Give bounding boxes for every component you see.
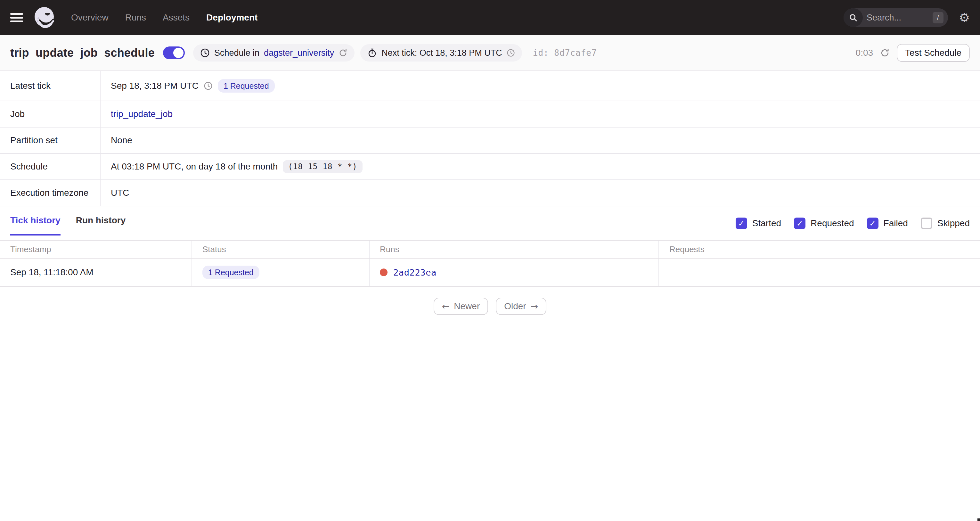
latest-tick-status-badge: 1 Requested <box>218 79 275 92</box>
detail-row-latest-tick: Latest tick Sep 18, 3:18 PM UTC 1 Reques… <box>0 71 980 101</box>
tab-tick-history[interactable]: Tick history <box>10 215 60 236</box>
clock-icon <box>200 48 210 58</box>
column-header-timestamp: Timestamp <box>0 241 192 258</box>
detail-label: Latest tick <box>0 71 100 100</box>
tick-requests-cell <box>659 258 980 286</box>
filter-label: Started <box>752 218 781 228</box>
filter-label: Failed <box>884 218 908 228</box>
schedule-id: id: 8d7cafe7 <box>533 48 597 58</box>
older-button[interactable]: Older → <box>496 298 546 315</box>
tick-history-table: Timestamp Status Runs Requests Sep 18, 1… <box>0 240 980 287</box>
search-shortcut-key: / <box>932 12 943 23</box>
cron-expression-badge: (18 15 18 * *) <box>283 160 362 173</box>
clock-icon[interactable] <box>204 81 213 90</box>
newer-label: Newer <box>454 301 480 311</box>
refresh-icon[interactable] <box>880 48 890 58</box>
search-box[interactable]: / <box>843 8 948 27</box>
detail-row-job: Job trip_update_job <box>0 101 980 127</box>
column-header-status: Status <box>192 241 369 258</box>
stopwatch-icon <box>368 48 377 58</box>
schedule-description: At 03:18 PM UTC, on day 18 of the month <box>111 161 278 172</box>
detail-label: Schedule <box>0 154 100 179</box>
table-row: Sep 18, 11:18:00 AM 1 Requested 2ad223ea <box>0 258 980 287</box>
detail-label: Execution timezone <box>0 180 100 206</box>
run-failed-status-dot-icon <box>380 269 388 276</box>
scrollbar-corner-artifact <box>977 518 980 521</box>
tick-status-filters: ✓ Started ✓ Requested ✓ Failed Skipped <box>736 218 970 236</box>
partition-set-value: None <box>111 135 132 145</box>
column-header-requests: Requests <box>659 241 980 258</box>
gear-icon[interactable]: ⚙ <box>959 11 970 24</box>
detail-row-partition-set: Partition set None <box>0 127 980 154</box>
repo-location-link[interactable]: dagster_university <box>264 48 334 58</box>
detail-label: Job <box>0 101 100 127</box>
filter-label: Skipped <box>937 218 970 228</box>
schedule-enabled-toggle[interactable] <box>163 46 185 59</box>
column-header-runs: Runs <box>369 241 659 258</box>
test-schedule-button[interactable]: Test Schedule <box>897 44 970 62</box>
nav-links: Overview Runs Assets Deployment <box>71 13 258 23</box>
pagination: ← Newer Older → <box>0 298 980 315</box>
app-window: Overview Runs Assets Deployment / ⚙ trip… <box>0 0 980 521</box>
arrow-right-icon: → <box>531 301 538 312</box>
job-link[interactable]: trip_update_job <box>111 109 173 119</box>
dagster-logo-icon[interactable] <box>31 5 57 30</box>
timezone-value: UTC <box>111 188 129 198</box>
nav-item-assets[interactable]: Assets <box>163 13 189 23</box>
tab-run-history[interactable]: Run history <box>76 215 126 236</box>
filter-label: Requested <box>811 218 854 228</box>
older-label: Older <box>504 301 526 311</box>
filter-requested[interactable]: ✓ Requested <box>794 218 854 229</box>
top-nav: Overview Runs Assets Deployment / ⚙ <box>0 0 980 35</box>
reload-icon[interactable] <box>339 48 347 57</box>
search-input[interactable] <box>863 13 932 23</box>
nav-item-deployment[interactable]: Deployment <box>206 13 258 23</box>
next-tick-badge: Next tick: Oct 18, 3:18 PM UTC <box>360 44 522 62</box>
refresh-countdown: 0:03 <box>856 48 873 58</box>
filter-started[interactable]: ✓ Started <box>736 218 781 229</box>
tick-timestamp: Sep 18, 11:18:00 AM <box>0 258 192 286</box>
hamburger-menu-icon[interactable] <box>10 13 23 22</box>
detail-row-schedule: Schedule At 03:18 PM UTC, on day 18 of t… <box>0 154 980 180</box>
detail-row-execution-timezone: Execution timezone UTC <box>0 180 980 206</box>
checkbox-checked-icon[interactable]: ✓ <box>794 218 805 229</box>
search-icon <box>843 8 863 27</box>
checkbox-unchecked-icon[interactable] <box>921 218 932 229</box>
filter-skipped[interactable]: Skipped <box>921 218 970 229</box>
filter-failed[interactable]: ✓ Failed <box>867 218 908 229</box>
arrow-left-icon: ← <box>442 301 449 312</box>
next-tick-label: Next tick: Oct 18, 3:18 PM UTC <box>382 48 502 58</box>
schedule-location-badge: Schedule in dagster_university <box>193 44 355 62</box>
newer-button[interactable]: ← Newer <box>434 298 488 315</box>
run-id-link[interactable]: 2ad223ea <box>393 268 436 277</box>
table-header-row: Timestamp Status Runs Requests <box>0 241 980 258</box>
detail-label: Partition set <box>0 127 100 153</box>
tick-status-badge[interactable]: 1 Requested <box>202 266 259 279</box>
schedule-in-label: Schedule in <box>214 48 259 58</box>
checkbox-checked-icon[interactable]: ✓ <box>867 218 878 229</box>
latest-tick-time: Sep 18, 3:18 PM UTC <box>111 81 199 91</box>
checkbox-checked-icon[interactable]: ✓ <box>736 218 747 229</box>
schedule-title-bar: trip_update_job_schedule Schedule in dag… <box>0 35 980 71</box>
schedule-details: Latest tick Sep 18, 3:18 PM UTC 1 Reques… <box>0 71 980 206</box>
timezone-clock-icon[interactable] <box>507 49 515 57</box>
page-title: trip_update_job_schedule <box>10 46 155 60</box>
nav-item-overview[interactable]: Overview <box>71 13 108 23</box>
history-tabs-row: Tick history Run history ✓ Started ✓ Req… <box>0 206 980 236</box>
nav-item-runs[interactable]: Runs <box>125 13 146 23</box>
